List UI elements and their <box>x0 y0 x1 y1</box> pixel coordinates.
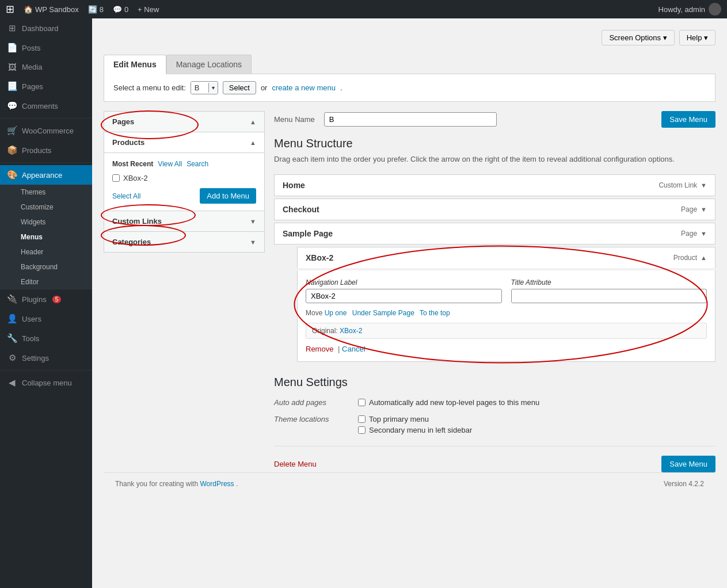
create-new-menu-link[interactable]: create a new menu <box>272 83 336 92</box>
product-checkbox-xbox2[interactable] <box>112 174 120 182</box>
submenu-item-themes[interactable]: Themes <box>0 185 92 200</box>
submenu-item-widgets[interactable]: Widgets <box>0 215 92 230</box>
theme-location-1-checkbox[interactable] <box>358 415 366 423</box>
footer-version: Version 4.2.2 <box>664 480 704 488</box>
sidebar-item-products[interactable]: 📦 Products <box>0 140 92 160</box>
nav-label-group: Navigation Label <box>306 278 502 303</box>
comment-icon: 💬 <box>113 5 122 14</box>
remove-link[interactable]: Remove <box>306 345 333 353</box>
tab-edit-menus[interactable]: Edit Menus <box>104 55 166 74</box>
auto-add-checkbox[interactable] <box>358 399 366 406</box>
move-under-sample-link[interactable]: Under Sample Page <box>352 309 414 317</box>
settings-icon: ⚙ <box>7 353 17 363</box>
accordion-pages-header[interactable]: Pages ▲ <box>104 112 264 132</box>
move-to-top-link[interactable]: To the top <box>420 309 450 317</box>
screen-options-button[interactable]: Screen Options ▾ <box>602 30 674 45</box>
products-footer: Select All Add to Menu <box>112 188 256 204</box>
select-all-link[interactable]: Select All <box>112 192 140 200</box>
admin-bar: ⊞ 🏠 WP Sandbox 🔄 8 💬 0 + New Howdy, admi… <box>0 0 727 18</box>
menu-item-sample-page[interactable]: Sample Page Page ▼ <box>274 223 715 245</box>
home-icon: 🏠 <box>24 5 33 14</box>
chevron-down-icon[interactable]: ▾ <box>208 83 218 93</box>
wp-logo: ⊞ <box>6 3 14 16</box>
accordion-pages: Pages ▲ <box>104 111 265 132</box>
submenu-item-background[interactable]: Background <box>0 259 92 274</box>
separator: | <box>338 345 342 353</box>
sidebar-item-users[interactable]: 👤 Users <box>0 309 92 329</box>
site-name[interactable]: 🏠 WP Sandbox <box>24 5 79 14</box>
dashboard-icon: ⊞ <box>7 23 17 33</box>
sidebar-item-pages[interactable]: 📃 Pages <box>0 77 92 96</box>
save-menu-button-top[interactable]: Save Menu <box>661 111 715 128</box>
title-attr-input[interactable] <box>511 289 707 303</box>
menu-item-xbox2[interactable]: XBox-2 Product ▲ <box>297 247 715 268</box>
left-panel: Pages ▲ Products ▲ Most Recent <box>104 111 265 252</box>
sidebar-item-dashboard[interactable]: ⊞ Dashboard <box>0 18 92 38</box>
sidebar-item-plugins[interactable]: 🔌 Plugins 5 <box>0 289 92 309</box>
appearance-icon: 🎨 <box>7 170 17 180</box>
wp-footer: Thank you for creating with WordPress . … <box>104 472 715 495</box>
sidebar-label: Dashboard <box>22 24 59 33</box>
move-up-one-link[interactable]: Up one <box>325 309 347 317</box>
save-menu-button-bottom[interactable]: Save Menu <box>661 456 715 472</box>
chevron-up-icon: ▲ <box>250 119 256 125</box>
select-button[interactable]: Select <box>223 81 256 94</box>
menu-separator <box>0 162 92 163</box>
submenu-item-menus[interactable]: Menus <box>0 230 92 245</box>
top-actions: Screen Options ▾ Help ▾ <box>104 30 715 45</box>
chevron-down-icon: ▼ <box>701 182 707 189</box>
tab-search[interactable]: Search <box>186 160 208 168</box>
updates-btn[interactable]: 🔄 8 <box>88 5 104 14</box>
cancel-link[interactable]: Cancel <box>342 345 365 353</box>
select-label: Select a menu to edit: <box>113 83 186 92</box>
tab-manage-locations[interactable]: Manage Locations <box>166 55 252 74</box>
delete-menu-link[interactable]: Delete Menu <box>274 460 317 468</box>
sidebar-item-media[interactable]: 🖼 Media <box>0 58 92 77</box>
plugins-icon: 🔌 <box>7 294 17 304</box>
sidebar-label: Pages <box>22 82 43 91</box>
sidebar-label: Media <box>22 63 42 71</box>
accordion-custom-links: Custom Links ▼ <box>104 211 265 232</box>
menu-item-type: Custom Link ▼ <box>659 181 707 189</box>
nav-label-input[interactable] <box>306 289 502 303</box>
tab-view-all[interactable]: View All <box>158 160 182 168</box>
theme-location-1-label: Top primary menu <box>369 415 429 423</box>
menu-bottom-bar: Delete Menu Save Menu <box>274 446 715 472</box>
new-btn[interactable]: + New <box>138 5 159 14</box>
wordpress-link[interactable]: WordPress <box>200 480 234 488</box>
comments-btn[interactable]: 💬 0 <box>113 5 128 14</box>
tab-most-recent[interactable]: Most Recent <box>112 160 153 168</box>
sidebar-item-woocommerce[interactable]: 🛒 WooCommerce <box>0 121 92 140</box>
menu-item-checkout[interactable]: Checkout Page ▼ <box>274 198 715 220</box>
accordion-categories-header[interactable]: Categories ▼ <box>104 232 264 252</box>
media-icon: 🖼 <box>7 62 17 72</box>
menu-item-name: Home <box>283 181 305 190</box>
title-attr-label: Title Attribute <box>511 278 707 287</box>
products-icon: 📦 <box>7 145 17 155</box>
collapse-menu-btn[interactable]: ◀ Collapse menu <box>0 373 92 392</box>
original-link[interactable]: XBox-2 <box>340 327 362 335</box>
theme-location-2-checkbox[interactable] <box>358 426 366 434</box>
theme-location-2-label: Secondary menu in left sidebar <box>369 426 472 434</box>
posts-icon: 📄 <box>7 43 17 53</box>
sidebar-item-comments[interactable]: 💬 Comments <box>0 96 92 116</box>
sidebar-item-settings[interactable]: ⚙ Settings <box>0 348 92 368</box>
products-tabs: Most Recent View All Search <box>112 160 256 168</box>
sidebar-item-appearance[interactable]: 🎨 Appearance <box>0 165 92 185</box>
select-menu-bar: Select a menu to edit: B ▾ Select or cre… <box>104 74 715 102</box>
accordion-products-header[interactable]: Products ▲ <box>104 132 264 152</box>
submenu-item-editor[interactable]: Editor <box>0 274 92 289</box>
menu-item-home[interactable]: Home Custom Link ▼ <box>274 174 715 196</box>
submenu-item-header[interactable]: Header <box>0 245 92 259</box>
accordion-products-body: Most Recent View All Search XBox-2 <box>104 152 264 211</box>
menu-name-input[interactable] <box>324 112 497 127</box>
menu-select-wrapper[interactable]: B ▾ <box>191 81 218 94</box>
help-button[interactable]: Help ▾ <box>679 30 715 45</box>
submenu-item-customize[interactable]: Customize <box>0 200 92 215</box>
original-row: Original: XBox-2 <box>306 323 707 339</box>
accordion-custom-links-header[interactable]: Custom Links ▼ <box>104 211 264 231</box>
sidebar-item-posts[interactable]: 📄 Posts <box>0 38 92 58</box>
add-to-menu-button[interactable]: Add to Menu <box>200 188 256 204</box>
collapse-icon: ◀ <box>7 377 17 388</box>
sidebar-item-tools[interactable]: 🔧 Tools <box>0 329 92 348</box>
